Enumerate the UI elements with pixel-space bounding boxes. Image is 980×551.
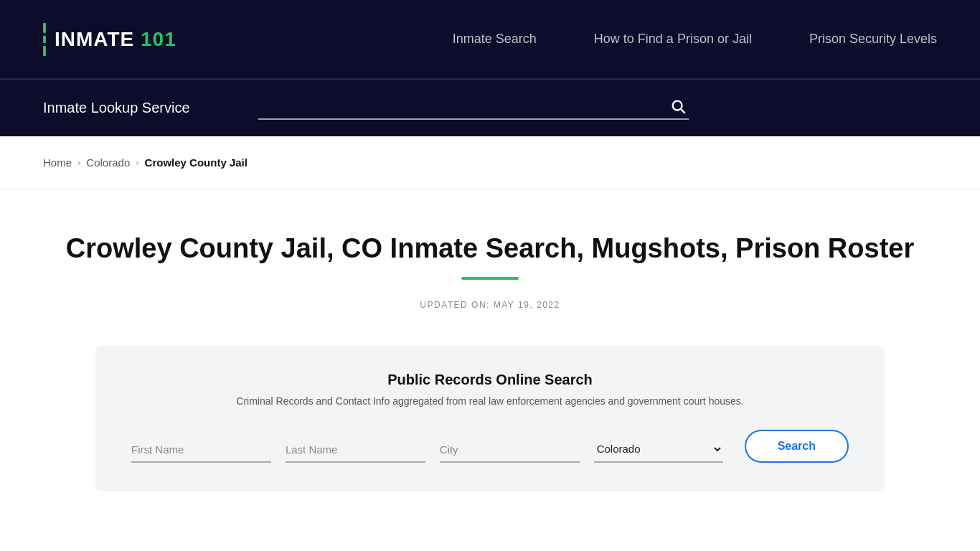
logo[interactable]: INMATE 101 — [43, 23, 176, 56]
search-card: Public Records Online Search Criminal Re… — [95, 346, 885, 491]
first-name-input[interactable] — [131, 438, 271, 463]
nav-link-inmate-search[interactable]: Inmate Search — [453, 32, 537, 47]
page-title: Crowley County Jail, CO Inmate Search, M… — [43, 232, 937, 265]
breadcrumb-section: Home › Colorado › Crowley County Jail — [0, 136, 980, 189]
search-input-wrapper — [258, 97, 689, 120]
title-underline — [461, 277, 519, 280]
nav-link-security-levels[interactable]: Prison Security Levels — [809, 32, 937, 47]
main-content: Crowley County Jail, CO Inmate Search, M… — [0, 189, 980, 520]
nav-link-how-to-find[interactable]: How to Find a Prison or Jail — [594, 32, 752, 47]
search-icon-button[interactable] — [667, 98, 689, 114]
breadcrumb-home[interactable]: Home — [43, 156, 72, 169]
nav-links: Inmate Search How to Find a Prison or Ja… — [453, 32, 937, 47]
updated-text: UPDATED ON: MAY 19, 2022 — [43, 300, 937, 310]
breadcrumb-current: Crowley County Jail — [145, 156, 248, 169]
search-card-description: Criminal Records and Contact Info aggreg… — [131, 395, 849, 407]
state-field: AlabamaAlaskaArizonaArkansasCaliforniaCo… — [594, 436, 723, 463]
logo-icon — [43, 23, 46, 56]
breadcrumb-sep-2: › — [136, 157, 138, 168]
last-name-input[interactable] — [286, 438, 425, 463]
breadcrumb: Home › Colorado › Crowley County Jail — [43, 156, 937, 169]
search-form-row: AlabamaAlaskaArizonaArkansasCaliforniaCo… — [131, 430, 849, 463]
breadcrumb-colorado[interactable]: Colorado — [86, 156, 130, 169]
logo-bar-1 — [43, 23, 46, 33]
search-card-title: Public Records Online Search — [131, 372, 849, 388]
city-field — [440, 438, 580, 463]
city-input[interactable] — [440, 438, 580, 463]
logo-bar-3 — [43, 46, 46, 56]
top-navigation: INMATE 101 Inmate Search How to Find a P… — [0, 0, 980, 79]
logo-text: INMATE 101 — [55, 28, 176, 51]
search-icon — [670, 98, 686, 114]
last-name-field — [286, 438, 425, 463]
search-input[interactable] — [258, 97, 667, 116]
search-button[interactable]: Search — [745, 430, 849, 463]
logo-bar-2 — [43, 36, 46, 43]
state-select[interactable]: AlabamaAlaskaArizonaArkansasCaliforniaCo… — [594, 436, 723, 463]
first-name-field — [131, 438, 271, 463]
breadcrumb-sep-1: › — [77, 157, 80, 168]
search-bar-section: Inmate Lookup Service — [0, 79, 980, 136]
svg-line-1 — [681, 109, 684, 113]
search-bar-label: Inmate Lookup Service — [43, 100, 230, 116]
